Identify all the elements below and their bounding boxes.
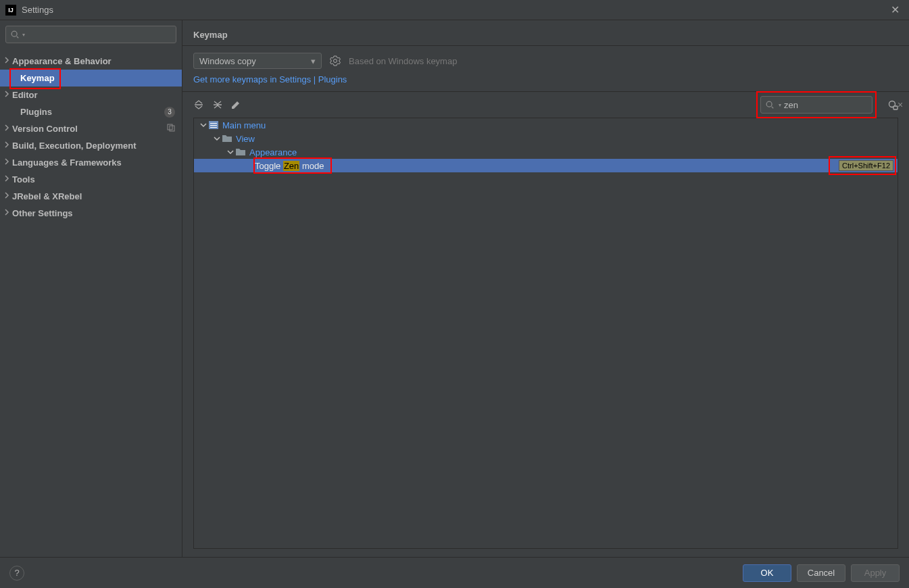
sidebar-item-keymap[interactable]: Keymap xyxy=(0,70,182,87)
sidebar-item-label: Tools xyxy=(12,174,35,185)
tree-label: Appearance xyxy=(249,147,297,157)
keymap-plugins-link[interactable]: Get more keymaps in Settings | Plugins xyxy=(193,74,347,84)
based-on-text: Based on Windows keymap xyxy=(349,56,457,66)
settings-nav: Appearance & Behavior Keymap Editor Plug… xyxy=(0,49,182,557)
tree-label: Main menu xyxy=(222,120,266,130)
sidebar-item-label: Keymap xyxy=(20,73,55,83)
sidebar-item-build[interactable]: Build, Execution, Deployment xyxy=(0,137,182,154)
sidebar-item-languages[interactable]: Languages & Frameworks xyxy=(0,154,182,171)
chevron-down-icon: ▾ xyxy=(779,102,781,108)
svg-point-4 xyxy=(766,101,772,107)
sidebar-item-label: Plugins xyxy=(20,107,52,117)
dialog-footer: ? OK Cancel Apply xyxy=(0,557,909,588)
search-icon xyxy=(765,100,775,109)
project-icon xyxy=(167,124,175,134)
chevron-right-icon xyxy=(3,174,11,182)
sidebar-item-tools[interactable]: Tools xyxy=(0,171,182,188)
chevron-down-icon xyxy=(199,121,207,129)
apply-button[interactable]: Apply xyxy=(851,564,900,582)
chevron-down-icon: ▾ xyxy=(311,56,316,66)
keymap-toolbar: Windows copy ▾ Based on Windows keymap xyxy=(182,46,909,70)
tree-label: View xyxy=(236,134,255,144)
svg-rect-12 xyxy=(210,127,217,128)
sidebar-item-label: Build, Execution, Deployment xyxy=(12,141,136,151)
titlebar: IJ Settings ✕ xyxy=(0,0,909,20)
svg-rect-10 xyxy=(210,123,217,124)
collapse-all-icon[interactable] xyxy=(212,99,223,110)
chevron-down-icon: ▾ xyxy=(22,32,25,38)
chevron-right-icon xyxy=(3,56,11,64)
chevron-right-icon xyxy=(3,124,11,132)
tree-label: Toggle Zen mode xyxy=(255,161,324,171)
sidebar-item-other-settings[interactable]: Other Settings xyxy=(0,205,182,222)
sidebar-item-label: Appearance & Behavior xyxy=(12,56,112,66)
folder-icon xyxy=(222,134,232,143)
chevron-right-icon xyxy=(3,208,11,216)
close-icon[interactable]: ✕ xyxy=(887,3,904,16)
help-icon[interactable]: ? xyxy=(9,566,24,581)
chevron-right-icon xyxy=(3,157,11,166)
keymap-plugins-link-row: Get more keymaps in Settings | Plugins xyxy=(182,70,909,91)
sidebar-item-plugins[interactable]: Plugins 3 xyxy=(0,103,182,120)
sidebar-item-appearance-behavior[interactable]: Appearance & Behavior xyxy=(0,53,182,70)
sidebar-item-label: JRebel & XRebel xyxy=(12,191,82,201)
chevron-down-icon xyxy=(226,148,235,156)
chevron-right-icon xyxy=(3,141,11,149)
expand-all-icon[interactable] xyxy=(193,99,204,110)
tree-row-main-menu[interactable]: Main menu xyxy=(194,118,898,132)
tree-row-view[interactable]: View xyxy=(194,132,898,145)
keymap-select[interactable]: Windows copy ▾ xyxy=(193,53,322,69)
menu-icon xyxy=(209,121,218,129)
page-title: Keymap xyxy=(182,20,909,46)
svg-rect-11 xyxy=(210,125,217,126)
tree-row-appearance[interactable]: Appearance xyxy=(194,145,898,159)
sidebar-item-label: Languages & Frameworks xyxy=(12,157,122,168)
sidebar-item-editor[interactable]: Editor xyxy=(0,87,182,103)
chevron-down-icon xyxy=(213,134,221,143)
svg-line-1 xyxy=(17,36,19,39)
shortcut-badge: Ctrl+Shift+F12 xyxy=(839,160,893,171)
folder-icon xyxy=(236,148,245,156)
keymap-search-input[interactable]: ▾ × xyxy=(760,96,873,114)
settings-main: Keymap Windows copy ▾ Based on Windows k… xyxy=(182,20,909,557)
chevron-right-icon xyxy=(3,90,11,98)
edit-icon[interactable] xyxy=(231,100,241,109)
settings-search-input[interactable]: ▾ xyxy=(5,26,176,43)
plugins-badge: 3 xyxy=(164,107,175,118)
app-icon: IJ xyxy=(5,5,16,16)
ok-button[interactable]: OK xyxy=(743,564,791,582)
svg-point-0 xyxy=(11,31,17,36)
settings-sidebar: ▾ Appearance & Behavior Keymap Editor Pl… xyxy=(0,20,182,557)
sidebar-item-label: Other Settings xyxy=(12,208,73,218)
clear-icon[interactable]: × xyxy=(898,99,903,110)
keymap-tree[interactable]: Main menu View Appearance Toggle Zen mod… xyxy=(193,118,898,549)
sidebar-item-jrebel[interactable]: JRebel & XRebel xyxy=(0,188,182,205)
cancel-button[interactable]: Cancel xyxy=(797,564,845,582)
keymap-search-field[interactable] xyxy=(784,100,898,110)
window-title: Settings xyxy=(22,5,887,15)
svg-line-5 xyxy=(772,107,774,109)
action-toolbar: ▾ × xyxy=(182,91,909,118)
tree-row-toggle-zen-mode[interactable]: Toggle Zen mode Ctrl+Shift+F12 xyxy=(194,159,898,172)
gear-icon[interactable] xyxy=(330,55,341,66)
sidebar-item-label: Editor xyxy=(12,90,38,100)
keymap-select-value: Windows copy xyxy=(199,56,256,66)
search-icon xyxy=(10,30,20,39)
sidebar-item-label: Version Control xyxy=(12,124,78,134)
settings-search-field[interactable] xyxy=(28,30,172,40)
sidebar-item-version-control[interactable]: Version Control xyxy=(0,120,182,137)
chevron-right-icon xyxy=(3,191,11,199)
